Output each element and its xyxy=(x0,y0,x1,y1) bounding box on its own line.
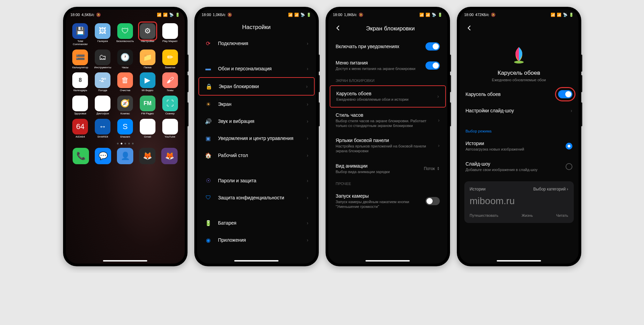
volume-down-btn[interactable] xyxy=(188,75,189,92)
dock-app[interactable]: 🦊 xyxy=(161,148,178,164)
chevron-right-icon: › xyxy=(307,136,309,141)
app-icon: ✏ xyxy=(162,50,178,65)
app-fm-радио[interactable]: FMFM Радио xyxy=(137,96,158,115)
app-компас[interactable]: 🧭Компас xyxy=(115,96,136,115)
toggle[interactable] xyxy=(425,61,440,70)
page-dot[interactable] xyxy=(117,143,119,144)
signal-icon: 📶 xyxy=(294,13,299,17)
row-notifications-wake[interactable]: Включать при уведомлениях xyxy=(330,38,446,55)
settings-row[interactable]: 🔋Батарея› xyxy=(198,214,315,231)
app-галерея[interactable]: 🖼Галерея xyxy=(92,23,113,46)
nav-indicator[interactable] xyxy=(365,260,410,262)
back-button[interactable] xyxy=(465,24,473,33)
volume-down-btn[interactable] xyxy=(581,75,582,92)
settings-row[interactable]: 🔊Звук и вибрация› xyxy=(198,113,315,130)
page-dot[interactable] xyxy=(132,143,134,144)
back-button[interactable] xyxy=(334,24,342,33)
toggle[interactable] xyxy=(425,42,440,51)
app-shazam[interactable]: SShazam xyxy=(115,119,136,139)
row-slideshow-settings[interactable]: Настройки слайд-шоу › xyxy=(460,103,579,118)
app-очистка[interactable]: 🗑Очистка xyxy=(115,72,136,92)
radio-selected[interactable] xyxy=(566,143,572,150)
app-калькулятор[interactable]: 🟰Калькулятор xyxy=(70,50,91,69)
volume-down-btn[interactable] xyxy=(450,75,451,92)
volume-down-btn[interactable] xyxy=(319,75,320,92)
power-btn[interactable] xyxy=(188,102,189,126)
app-youtube[interactable]: ▶YouTube xyxy=(160,119,181,139)
card-right-link[interactable]: Выбор категорий › xyxy=(533,187,568,192)
app-инструменты[interactable]: 🗂Инструменты xyxy=(92,50,113,69)
app-настройки[interactable]: ⚙Настройки xyxy=(137,23,158,46)
volume-up-btn[interactable] xyxy=(450,55,451,72)
nav-indicator[interactable] xyxy=(234,260,279,262)
row-wallpaper-carousel[interactable]: Карусель обоев Ежедневно обновляемые обо… xyxy=(330,85,446,107)
row-power-menu[interactable]: Меню питания Доступ к меню питания на эк… xyxy=(330,55,446,76)
row-animation-type[interactable]: Вид анимации Выбор вида анимации зарядки… xyxy=(330,158,446,179)
dock-app[interactable]: 🦊 xyxy=(139,148,155,164)
app-icon: ⏺ xyxy=(95,96,110,111)
dock-app[interactable]: 💬 xyxy=(95,148,111,164)
nav-indicator[interactable] xyxy=(103,260,147,262)
toggle-carousel[interactable] xyxy=(558,90,572,98)
settings-row[interactable]: ▬Обои и персонализация› xyxy=(198,60,315,77)
app-часы[interactable]: 🕐Часы xyxy=(115,50,136,69)
power-btn[interactable] xyxy=(319,102,320,126)
app-aida64[interactable]: 64AIDA64 xyxy=(70,119,91,139)
volume-up-btn[interactable] xyxy=(319,55,320,72)
app-темы[interactable]: 🖌Темы xyxy=(160,72,181,92)
page-dot[interactable] xyxy=(128,143,130,144)
page-dot[interactable] xyxy=(121,143,122,144)
app-здоровье[interactable]: ❤Здоровье xyxy=(70,96,91,115)
radio[interactable] xyxy=(566,163,572,170)
app-label: AIDA64 xyxy=(76,136,85,139)
signal-icon: 📶 xyxy=(551,13,555,17)
app-mi-видео[interactable]: ▶Mi Видео xyxy=(137,72,158,92)
tag[interactable]: Путешествовать xyxy=(470,213,498,217)
dock-app[interactable]: 📞 xyxy=(73,148,89,164)
setting-icon: ▬ xyxy=(205,65,212,72)
app-заметки[interactable]: ✏Заметки xyxy=(160,50,181,69)
dock-app[interactable]: 👤 xyxy=(117,148,133,164)
page-dot[interactable] xyxy=(124,143,126,144)
app-play-маркет[interactable]: ▶Play Маркет xyxy=(160,23,181,46)
app-label: Очистка xyxy=(120,89,131,92)
nav-indicator[interactable] xyxy=(497,260,541,262)
settings-row[interactable]: 🏠Рабочий стол› xyxy=(198,147,315,164)
settings-row[interactable]: ☉Пароли и защита› xyxy=(198,172,315,189)
row-clock-style[interactable]: Стиль часов Выбор стиля часов на экране … xyxy=(330,108,446,133)
app-icon: ▶ xyxy=(162,119,178,135)
dock: 📞💬👤🦊🦊 xyxy=(66,144,185,174)
app-календарь[interactable]: 8Календарь xyxy=(70,72,91,92)
setting-title: Вид анимации xyxy=(336,163,418,169)
row-mode-slideshow[interactable]: Слайд-шоу Добавьте свои изображения в сл… xyxy=(460,156,579,177)
app-label: Папка xyxy=(144,66,151,69)
volume-up-btn[interactable] xyxy=(188,55,189,72)
power-btn[interactable] xyxy=(450,102,451,126)
settings-row[interactable]: ◉Приложения› xyxy=(198,231,315,249)
settings-row[interactable]: ☀Экран› xyxy=(198,96,315,113)
app-погода[interactable]: -2°Погода xyxy=(92,72,113,92)
app-gmail[interactable]: MGmail xyxy=(137,119,158,139)
row-mode-stories[interactable]: Истории Автозагрузка новых изображений xyxy=(460,136,579,156)
app-label: Здоровье xyxy=(74,112,87,115)
volume-up-btn[interactable] xyxy=(581,55,582,72)
tag[interactable]: Жизнь xyxy=(522,213,533,217)
app-label: Часы xyxy=(122,66,129,69)
story-card[interactable]: Истории Выбор категорий › miboom.ru Путе… xyxy=(464,181,574,223)
row-side-shortcuts[interactable]: Ярлыки боковой панели Настройка ярлыков … xyxy=(330,133,446,158)
app-безопасность[interactable]: 🛡Безопасность xyxy=(115,23,136,46)
app-total-commander[interactable]: 💾Total Commander xyxy=(70,23,91,46)
app-диктофон[interactable]: ⏺Диктофон xyxy=(92,96,113,115)
power-btn[interactable] xyxy=(581,102,582,126)
app-сканер[interactable]: ⛶Сканер xyxy=(160,96,181,115)
settings-row[interactable]: 🔒Экран блокировки› xyxy=(198,77,315,96)
row-camera-launch[interactable]: Запуск камеры Запуск камеры двойным нажа… xyxy=(330,188,446,214)
settings-row[interactable]: 🛡Защита конфиденциальности› xyxy=(198,189,315,206)
settings-row[interactable]: ▣Уведомления и центр управления› xyxy=(198,130,315,147)
row-carousel-toggle[interactable]: Карусель обоев xyxy=(460,85,579,103)
app-папка[interactable]: 📁Папка xyxy=(137,50,158,69)
settings-row[interactable]: ⟳Подключения› xyxy=(198,35,315,52)
tag[interactable]: Читать xyxy=(556,213,568,217)
app-shareit[interactable]: ↔SHAREit xyxy=(92,119,113,139)
toggle[interactable] xyxy=(425,197,440,205)
